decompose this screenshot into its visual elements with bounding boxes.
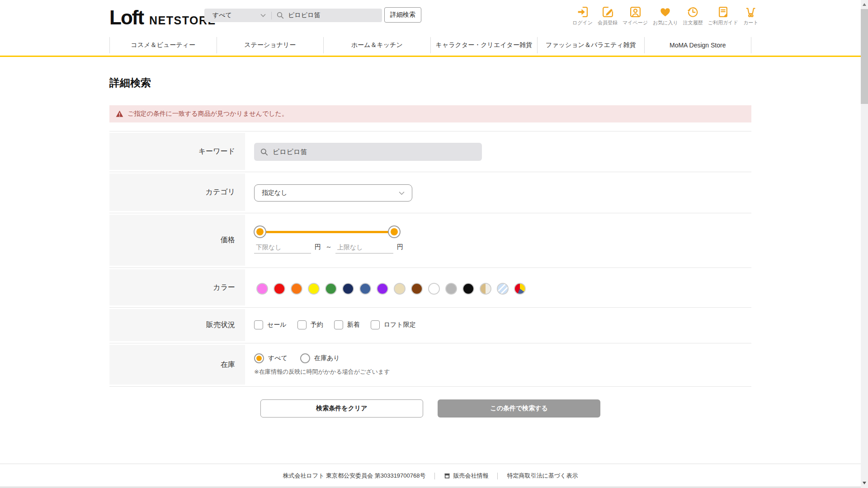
order-history-link[interactable]: 注文履歴 xyxy=(683,6,703,26)
footer-company-text: 株式会社ロフト 東京都公安委員会 第303319700768号 xyxy=(283,472,426,480)
price-max-field xyxy=(335,241,393,253)
checkbox-box xyxy=(371,320,380,329)
color-swatch-navy[interactable] xyxy=(342,283,354,295)
category-nav: コスメ＆ビューティー ステーショナリー ホーム＆キッチン キャラクター・クリエイ… xyxy=(109,37,751,53)
login-link[interactable]: ログイン xyxy=(572,6,593,26)
store-icon xyxy=(444,473,450,479)
login-icon xyxy=(576,6,589,18)
color-swatch-beige[interactable] xyxy=(394,283,406,295)
register-link[interactable]: 会員登録 xyxy=(598,6,618,26)
color-label: カラー xyxy=(109,269,245,305)
checkbox-sale[interactable]: セール xyxy=(254,320,287,329)
footer-link-legal[interactable]: 特定商取引法に基づく表示 xyxy=(507,472,578,480)
radio-all[interactable]: すべて xyxy=(254,353,288,363)
price-min-field xyxy=(254,241,311,253)
footer-separator xyxy=(434,473,435,479)
nav-item-cosme[interactable]: コスメ＆ビューティー xyxy=(109,37,217,53)
quick-link-label: ご利用ガイド xyxy=(708,19,738,26)
search-icon xyxy=(277,12,284,19)
price-label: 価格 xyxy=(109,215,245,266)
keyword-label: キーワード xyxy=(109,133,245,170)
mypage-icon xyxy=(629,6,642,18)
price-slider-track[interactable] xyxy=(260,231,394,233)
scrollbar-thumb[interactable] xyxy=(861,9,868,104)
warning-icon xyxy=(116,110,123,117)
color-swatch-brown[interactable] xyxy=(411,283,423,295)
quick-link-label: カート xyxy=(743,19,759,26)
scrollbar-up-arrow[interactable] xyxy=(863,3,866,6)
color-swatch-gold[interactable] xyxy=(480,283,491,295)
header-search-input[interactable] xyxy=(284,9,382,22)
footer: 株式会社ロフト 東京都公安委員会 第303319700768号 販売会社情報 特… xyxy=(0,464,861,480)
clear-conditions-button[interactable]: 検索条件をクリア xyxy=(260,399,423,418)
price-slider-handle-min[interactable] xyxy=(254,225,266,238)
radio-label: すべて xyxy=(268,354,288,362)
scrollbar[interactable] xyxy=(861,0,868,488)
nav-item-home-kitchen[interactable]: ホーム＆キッチン xyxy=(323,37,430,53)
guide-link[interactable]: ご利用ガイド xyxy=(708,6,738,26)
nav-item-character[interactable]: キャラクター・クリエイター雑貨 xyxy=(430,37,538,53)
checkbox-label: 新着 xyxy=(347,321,360,329)
checkbox-box xyxy=(254,320,263,329)
checkbox-label: セール xyxy=(267,321,287,329)
category-row: カテゴリ 指定なし xyxy=(109,172,751,213)
nav-item-fashion[interactable]: ファッション＆バラエティ雑貨 xyxy=(537,37,644,53)
footer-link-label: 特定商取引法に基づく表示 xyxy=(507,472,578,480)
keyword-input[interactable] xyxy=(273,148,482,156)
category-select[interactable]: 指定なし xyxy=(254,184,412,202)
search-scope-value: すべて xyxy=(212,11,232,19)
stock-label: 在庫 xyxy=(109,345,245,385)
color-row: カラー xyxy=(109,268,751,308)
color-swatch-red[interactable] xyxy=(274,283,285,295)
color-swatch-multicolor[interactable] xyxy=(514,283,526,295)
heart-icon xyxy=(659,6,671,18)
color-swatch-green[interactable] xyxy=(325,283,337,295)
search-with-conditions-button[interactable]: この条件で検索する xyxy=(438,399,600,418)
alert-text: ご指定の条件に一致する商品が見つかりませんでした。 xyxy=(127,110,288,118)
color-swatch-gray[interactable] xyxy=(445,283,457,295)
price-min-input[interactable] xyxy=(254,241,311,253)
search-icon xyxy=(260,148,268,156)
category-select-value: 指定なし xyxy=(262,189,288,197)
radio-button-selected xyxy=(254,353,264,363)
nav-item-moma[interactable]: MoMA Design Store xyxy=(644,37,752,53)
color-swatch-black[interactable] xyxy=(462,283,474,295)
search-scope-select[interactable]: すべて xyxy=(204,9,271,22)
mypage-link[interactable]: マイページ xyxy=(623,6,648,26)
color-swatch-purple[interactable] xyxy=(377,283,388,295)
color-swatches xyxy=(256,283,526,295)
guide-icon xyxy=(717,6,729,18)
checkbox-new[interactable]: 新着 xyxy=(334,320,360,329)
radio-label: 在庫あり xyxy=(314,354,340,362)
chevron-down-icon xyxy=(399,191,405,195)
price-unit-min: 円 xyxy=(315,243,321,251)
price-max-input[interactable] xyxy=(335,241,393,253)
favorites-link[interactable]: お気に入り xyxy=(653,6,678,26)
quick-link-label: マイページ xyxy=(623,19,648,26)
sales-status-row: 販売状況 セール 予約 新着 xyxy=(109,308,751,343)
sales-status-label: 販売状況 xyxy=(109,309,245,341)
detail-search-button[interactable]: 詳細検索 xyxy=(384,7,421,23)
scrollbar-down-arrow[interactable] xyxy=(863,482,866,484)
checkbox-preorder[interactable]: 予約 xyxy=(297,320,323,329)
nav-item-stationery[interactable]: ステーショナリー xyxy=(217,37,324,53)
color-swatch-blue[interactable] xyxy=(359,283,371,295)
checkbox-loft-limited[interactable]: ロフト限定 xyxy=(371,320,416,329)
footer-separator xyxy=(497,473,498,479)
color-swatch-clear[interactable] xyxy=(497,283,509,295)
price-unit-max: 円 xyxy=(397,243,403,251)
stock-note: ※在庫情報の反映に時間がかかる場合がございます xyxy=(254,368,390,376)
color-swatch-white[interactable] xyxy=(428,283,440,295)
search-form: キーワード カテゴリ 指定なし 価格 xyxy=(109,131,751,387)
color-swatch-yellow[interactable] xyxy=(308,283,320,295)
color-swatch-pink[interactable] xyxy=(256,283,268,295)
keyword-row: キーワード xyxy=(109,131,751,172)
footer-link-seller-info[interactable]: 販売会社情報 xyxy=(444,472,488,480)
price-slider-handle-max[interactable] xyxy=(388,225,401,238)
logo[interactable]: Loft NETSTORE xyxy=(109,6,216,29)
color-swatch-orange[interactable] xyxy=(291,283,302,295)
history-icon xyxy=(687,6,699,18)
sales-status-options: セール 予約 新着 ロフト限定 xyxy=(254,320,427,329)
radio-in-stock[interactable]: 在庫あり xyxy=(300,353,340,363)
cart-link[interactable]: カート xyxy=(743,6,759,26)
